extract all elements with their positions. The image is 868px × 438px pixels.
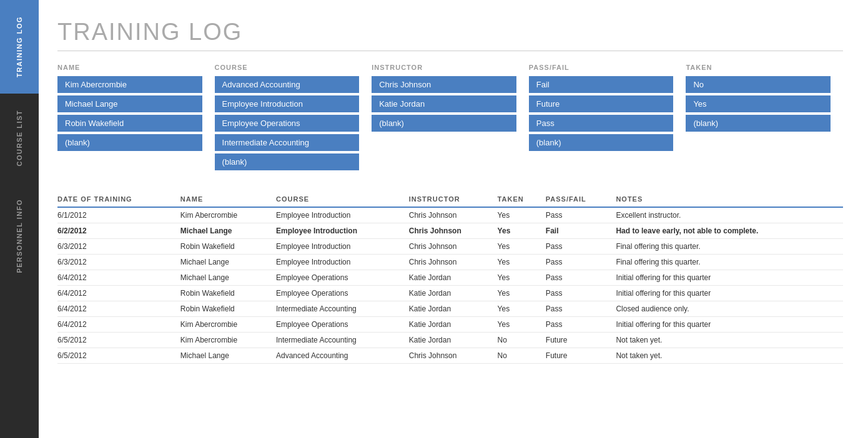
table-row: 6/4/2012Kim AbercrombieEmployee Operatio… bbox=[57, 317, 843, 333]
cell-passfail: Pass bbox=[546, 317, 616, 333]
filter-taken-yes[interactable]: Yes bbox=[686, 95, 831, 112]
title-divider bbox=[57, 51, 843, 51]
cell-notes: Had to leave early, not able to complete… bbox=[616, 223, 843, 239]
filter-name-robin[interactable]: Robin Wakefield bbox=[57, 115, 202, 132]
table-row: 6/5/2012Michael LangeAdvanced Accounting… bbox=[57, 348, 843, 364]
sidebar-label-course-list: Course List bbox=[16, 105, 23, 171]
cell-taken: Yes bbox=[498, 207, 546, 223]
filter-passfail-pass[interactable]: Pass bbox=[529, 115, 674, 132]
cell-course: Employee Introduction bbox=[276, 207, 409, 223]
sidebar-item-personnel-info[interactable]: Personnel Info bbox=[0, 183, 39, 290]
cell-name: Kim Abercrombie bbox=[180, 207, 276, 223]
col-header-passfail: PASS/FAIL bbox=[546, 192, 616, 207]
filter-taken-blank[interactable]: (blank) bbox=[686, 115, 831, 132]
table-header-row: DATE OF TRAINING NAME COURSE INSTRUCTOR … bbox=[57, 192, 843, 207]
cell-name: Michael Lange bbox=[180, 270, 276, 286]
cell-instructor: Katie Jordan bbox=[409, 286, 498, 301]
cell-notes: Initial offering for this quarter bbox=[616, 270, 843, 286]
filter-col-instructor: INSTRUCTOR Chris Johnson Katie Jordan (b… bbox=[372, 64, 529, 173]
filter-course-intermediate[interactable]: Intermediate Accounting bbox=[215, 134, 360, 151]
cell-name: Robin Wakefield bbox=[180, 239, 276, 255]
cell-instructor: Katie Jordan bbox=[409, 317, 498, 333]
filter-instructor-blank[interactable]: (blank) bbox=[372, 115, 516, 132]
filter-section: NAME Kim Abercrombie Michael Lange Robin… bbox=[57, 64, 843, 173]
cell-date: 6/4/2012 bbox=[57, 286, 180, 301]
data-table-section: DATE OF TRAINING NAME COURSE INSTRUCTOR … bbox=[57, 192, 843, 364]
table-row: 6/4/2012Robin WakefieldEmployee Operatio… bbox=[57, 286, 843, 301]
cell-passfail: Pass bbox=[546, 255, 616, 270]
cell-instructor: Chris Johnson bbox=[409, 223, 498, 239]
col-header-course: COURSE bbox=[276, 192, 409, 207]
filter-name-kim[interactable]: Kim Abercrombie bbox=[57, 76, 202, 93]
filter-course-label: COURSE bbox=[215, 64, 360, 71]
cell-name: Michael Lange bbox=[180, 255, 276, 270]
sidebar-item-course-list[interactable]: Course List bbox=[0, 94, 39, 182]
sidebar-item-training-log[interactable]: Training Log bbox=[0, 0, 39, 94]
filter-course-ops[interactable]: Employee Operations bbox=[215, 115, 360, 132]
page-title: TRAINING LOG bbox=[57, 19, 843, 46]
cell-date: 6/3/2012 bbox=[57, 239, 180, 255]
table-row: 6/3/2012Michael LangeEmployee Introducti… bbox=[57, 255, 843, 270]
cell-taken: Yes bbox=[498, 286, 546, 301]
cell-name: Michael Lange bbox=[180, 348, 276, 364]
table-row: 6/3/2012Robin WakefieldEmployee Introduc… bbox=[57, 239, 843, 255]
cell-notes: Final offering this quarter. bbox=[616, 239, 843, 255]
cell-taken: No bbox=[498, 333, 546, 348]
cell-notes: Not taken yet. bbox=[616, 348, 843, 364]
cell-course: Employee Introduction bbox=[276, 223, 409, 239]
filter-name-blank[interactable]: (blank) bbox=[57, 134, 202, 151]
main-content: TRAINING LOG NAME Kim Abercrombie Michae… bbox=[39, 0, 868, 438]
col-header-name: NAME bbox=[180, 192, 276, 207]
filter-course-advanced[interactable]: Advanced Accounting bbox=[215, 76, 360, 93]
cell-name: Kim Abercrombie bbox=[180, 333, 276, 348]
filter-col-passfail: PASS/FAIL Fail Future Pass (blank) bbox=[529, 64, 686, 173]
cell-date: 6/3/2012 bbox=[57, 255, 180, 270]
filter-passfail-fail[interactable]: Fail bbox=[529, 76, 674, 93]
filter-course-intro[interactable]: Employee Introduction bbox=[215, 95, 360, 112]
cell-notes: Initial offering for this quarter bbox=[616, 317, 843, 333]
cell-course: Employee Operations bbox=[276, 270, 409, 286]
cell-name: Robin Wakefield bbox=[180, 301, 276, 317]
filter-name-label: NAME bbox=[57, 64, 202, 71]
cell-instructor: Chris Johnson bbox=[409, 239, 498, 255]
filter-instructor-katie[interactable]: Katie Jordan bbox=[372, 95, 516, 112]
table-row: 6/5/2012Kim AbercrombieIntermediate Acco… bbox=[57, 333, 843, 348]
cell-notes: Initial offering for this quarter bbox=[616, 286, 843, 301]
cell-course: Advanced Accounting bbox=[276, 348, 409, 364]
cell-notes: Excellent instructor. bbox=[616, 207, 843, 223]
cell-notes: Closed audience only. bbox=[616, 301, 843, 317]
table-row: 6/4/2012Michael LangeEmployee Operations… bbox=[57, 270, 843, 286]
filter-col-course: COURSE Advanced Accounting Employee Intr… bbox=[215, 64, 372, 173]
filter-passfail-future[interactable]: Future bbox=[529, 95, 674, 112]
filter-passfail-blank[interactable]: (blank) bbox=[529, 134, 674, 151]
cell-passfail: Pass bbox=[546, 270, 616, 286]
col-header-notes: NOTES bbox=[616, 192, 843, 207]
cell-passfail: Future bbox=[546, 348, 616, 364]
cell-notes: Not taken yet. bbox=[616, 333, 843, 348]
filter-taken-no[interactable]: No bbox=[686, 76, 831, 93]
table-row: 6/1/2012Kim AbercrombieEmployee Introduc… bbox=[57, 207, 843, 223]
sidebar-label-training-log: Training Log bbox=[16, 11, 23, 82]
cell-instructor: Chris Johnson bbox=[409, 348, 498, 364]
cell-passfail: Pass bbox=[546, 207, 616, 223]
filter-instructor-chris[interactable]: Chris Johnson bbox=[372, 76, 516, 93]
cell-passfail: Fail bbox=[546, 223, 616, 239]
cell-taken: Yes bbox=[498, 270, 546, 286]
filter-course-blank[interactable]: (blank) bbox=[215, 153, 360, 170]
cell-name: Michael Lange bbox=[180, 223, 276, 239]
filter-taken-label: TAKEN bbox=[686, 64, 831, 71]
cell-instructor: Katie Jordan bbox=[409, 333, 498, 348]
cell-passfail: Pass bbox=[546, 301, 616, 317]
cell-taken: Yes bbox=[498, 317, 546, 333]
cell-date: 6/4/2012 bbox=[57, 317, 180, 333]
filter-instructor-label: INSTRUCTOR bbox=[372, 64, 516, 71]
cell-course: Employee Operations bbox=[276, 286, 409, 301]
sidebar: Training Log Course List Personnel Info bbox=[0, 0, 39, 438]
cell-name: Robin Wakefield bbox=[180, 286, 276, 301]
cell-taken: Yes bbox=[498, 255, 546, 270]
filter-col-taken: TAKEN No Yes (blank) bbox=[686, 64, 843, 173]
cell-taken: No bbox=[498, 348, 546, 364]
sidebar-label-personnel-info: Personnel Info bbox=[16, 194, 23, 278]
filter-name-michael[interactable]: Michael Lange bbox=[57, 95, 202, 112]
cell-name: Kim Abercrombie bbox=[180, 317, 276, 333]
